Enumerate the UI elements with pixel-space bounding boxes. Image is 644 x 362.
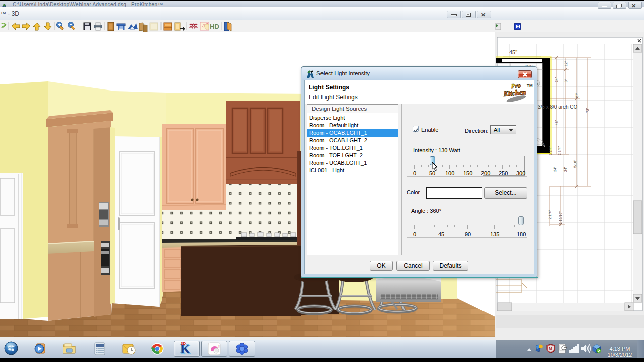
svg-text:2 1/4": 2 1/4" <box>548 210 552 219</box>
svg-text:5/16": 5/16" <box>573 159 577 168</box>
svg-text:45": 45" <box>509 49 517 55</box>
svg-text:3/5 x 8/0 arch CO: 3/5 x 8/0 arch CO <box>538 104 578 110</box>
svg-text:M: M <box>549 346 552 351</box>
svg-text:24": 24" <box>553 166 557 172</box>
svg-text:2 3/4": 2 3/4" <box>549 146 552 155</box>
svg-text:57": 57" <box>575 92 579 98</box>
svg-text:48": 48" <box>555 120 558 125</box>
svg-text:90: 90 <box>542 143 545 146</box>
svg-text:TM: TM <box>527 83 533 88</box>
svg-text:24": 24" <box>564 166 567 172</box>
svg-text:72": 72" <box>586 107 589 113</box>
svg-text:1 15/16": 1 15/16" <box>559 211 562 224</box>
svg-text:HD: HD <box>210 23 219 30</box>
svg-text:3": 3" <box>564 79 568 82</box>
svg-text:2 3/4": 2 3/4" <box>558 146 561 155</box>
svg-text:!: ! <box>218 344 220 349</box>
svg-text:24": 24" <box>555 77 558 82</box>
svg-text:12": 12" <box>564 61 568 66</box>
